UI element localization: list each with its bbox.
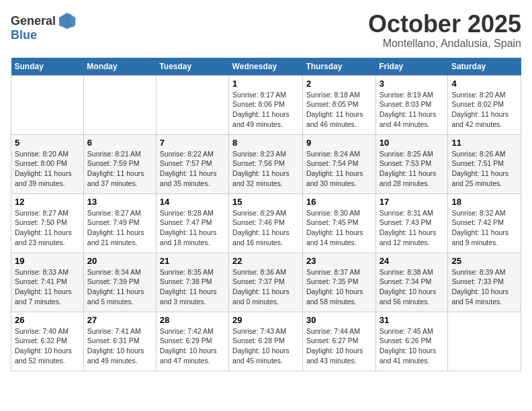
- day-number: 10: [380, 138, 445, 148]
- day-info: Sunrise: 8:19 AM Sunset: 8:03 PM Dayligh…: [380, 90, 445, 130]
- logo-blue: Blue: [11, 28, 37, 42]
- logo: General Blue: [11, 11, 77, 42]
- calendar-cell: 23Sunrise: 8:37 AM Sunset: 7:35 PM Dayli…: [302, 253, 375, 312]
- calendar-cell: 29Sunrise: 7:43 AM Sunset: 6:28 PM Dayli…: [229, 312, 303, 371]
- day-info: Sunrise: 8:20 AM Sunset: 8:00 PM Dayligh…: [15, 149, 80, 189]
- calendar-cell: 20Sunrise: 8:34 AM Sunset: 7:39 PM Dayli…: [83, 253, 156, 312]
- calendar-cell: 25Sunrise: 8:39 AM Sunset: 7:33 PM Dayli…: [448, 253, 521, 312]
- weekday-header-monday: Monday: [83, 58, 156, 76]
- day-number: 7: [160, 138, 225, 148]
- day-info: Sunrise: 7:40 AM Sunset: 6:32 PM Dayligh…: [15, 326, 80, 366]
- calendar-cell: 28Sunrise: 7:42 AM Sunset: 6:29 PM Dayli…: [156, 312, 228, 371]
- day-number: 31: [380, 315, 445, 325]
- day-info: Sunrise: 8:18 AM Sunset: 8:05 PM Dayligh…: [306, 90, 372, 130]
- day-number: 9: [306, 138, 372, 148]
- day-info: Sunrise: 8:32 AM Sunset: 7:42 PM Dayligh…: [451, 208, 517, 248]
- day-number: 26: [15, 315, 80, 325]
- day-number: 14: [160, 197, 225, 207]
- calendar-cell: 19Sunrise: 8:33 AM Sunset: 7:41 PM Dayli…: [11, 253, 84, 312]
- location-title: Montellano, Andalusia, Spain: [368, 38, 521, 50]
- weekday-header-friday: Friday: [375, 58, 448, 76]
- calendar-cell: 18Sunrise: 8:32 AM Sunset: 7:42 PM Dayli…: [448, 193, 521, 253]
- day-number: 28: [160, 315, 225, 325]
- day-number: 15: [232, 197, 299, 207]
- calendar-table: SundayMondayTuesdayWednesdayThursdayFrid…: [11, 58, 521, 371]
- day-info: Sunrise: 8:23 AM Sunset: 7:56 PM Dayligh…: [232, 149, 299, 189]
- calendar-cell: 6Sunrise: 8:21 AM Sunset: 7:59 PM Daylig…: [83, 134, 156, 193]
- calendar-cell: 3Sunrise: 8:19 AM Sunset: 8:03 PM Daylig…: [375, 75, 448, 134]
- weekday-header-sunday: Sunday: [11, 58, 84, 76]
- calendar-cell: 22Sunrise: 8:36 AM Sunset: 7:37 PM Dayli…: [229, 253, 303, 312]
- day-number: 1: [232, 79, 299, 89]
- day-info: Sunrise: 8:36 AM Sunset: 7:37 PM Dayligh…: [232, 267, 299, 307]
- day-info: Sunrise: 8:30 AM Sunset: 7:45 PM Dayligh…: [306, 208, 372, 248]
- day-info: Sunrise: 8:33 AM Sunset: 7:41 PM Dayligh…: [15, 267, 80, 307]
- calendar-week-4: 19Sunrise: 8:33 AM Sunset: 7:41 PM Dayli…: [11, 253, 521, 312]
- day-info: Sunrise: 8:29 AM Sunset: 7:46 PM Dayligh…: [232, 208, 299, 248]
- calendar-week-2: 5Sunrise: 8:20 AM Sunset: 8:00 PM Daylig…: [11, 134, 521, 193]
- day-number: 18: [451, 197, 517, 207]
- day-number: 16: [306, 197, 372, 207]
- day-info: Sunrise: 7:42 AM Sunset: 6:29 PM Dayligh…: [160, 326, 225, 366]
- day-info: Sunrise: 8:26 AM Sunset: 7:51 PM Dayligh…: [451, 149, 517, 189]
- calendar-cell: 17Sunrise: 8:31 AM Sunset: 7:43 PM Dayli…: [375, 193, 448, 253]
- day-number: 3: [380, 79, 445, 89]
- calendar-cell: 14Sunrise: 8:28 AM Sunset: 7:47 PM Dayli…: [156, 193, 228, 253]
- calendar-cell: 21Sunrise: 8:35 AM Sunset: 7:38 PM Dayli…: [156, 253, 228, 312]
- day-info: Sunrise: 7:41 AM Sunset: 6:31 PM Dayligh…: [87, 326, 152, 366]
- day-number: 24: [380, 256, 445, 266]
- day-number: 2: [306, 79, 372, 89]
- day-number: 17: [380, 197, 445, 207]
- day-info: Sunrise: 8:20 AM Sunset: 8:02 PM Dayligh…: [451, 90, 517, 130]
- weekday-header-wednesday: Wednesday: [229, 58, 303, 76]
- calendar-cell: 12Sunrise: 8:27 AM Sunset: 7:50 PM Dayli…: [11, 193, 84, 253]
- day-number: 6: [87, 138, 152, 148]
- weekday-header-thursday: Thursday: [302, 58, 375, 76]
- logo-general: General: [11, 14, 56, 28]
- day-info: Sunrise: 8:27 AM Sunset: 7:49 PM Dayligh…: [87, 208, 152, 248]
- day-number: 22: [232, 256, 299, 266]
- day-info: Sunrise: 8:21 AM Sunset: 7:59 PM Dayligh…: [87, 149, 152, 189]
- page-header: General Blue October 2025 Montellano, An…: [11, 11, 521, 50]
- calendar-cell: 9Sunrise: 8:24 AM Sunset: 7:54 PM Daylig…: [302, 134, 375, 193]
- calendar-cell: 15Sunrise: 8:29 AM Sunset: 7:46 PM Dayli…: [229, 193, 303, 253]
- calendar-cell: 5Sunrise: 8:20 AM Sunset: 8:00 PM Daylig…: [11, 134, 84, 193]
- day-info: Sunrise: 8:37 AM Sunset: 7:35 PM Dayligh…: [306, 267, 372, 307]
- day-info: Sunrise: 8:38 AM Sunset: 7:34 PM Dayligh…: [380, 267, 445, 307]
- day-info: Sunrise: 7:45 AM Sunset: 6:26 PM Dayligh…: [380, 326, 445, 366]
- calendar-header: SundayMondayTuesdayWednesdayThursdayFrid…: [11, 58, 521, 76]
- calendar-cell: [83, 75, 156, 134]
- day-info: Sunrise: 8:17 AM Sunset: 8:06 PM Dayligh…: [232, 90, 299, 130]
- day-info: Sunrise: 8:35 AM Sunset: 7:38 PM Dayligh…: [160, 267, 225, 307]
- weekday-header-tuesday: Tuesday: [156, 58, 228, 76]
- logo-icon: [57, 11, 77, 31]
- day-number: 23: [306, 256, 372, 266]
- calendar-cell: [448, 312, 521, 371]
- day-info: Sunrise: 7:43 AM Sunset: 6:28 PM Dayligh…: [232, 326, 299, 366]
- calendar-cell: 13Sunrise: 8:27 AM Sunset: 7:49 PM Dayli…: [83, 193, 156, 253]
- day-info: Sunrise: 8:22 AM Sunset: 7:57 PM Dayligh…: [160, 149, 225, 189]
- day-number: 21: [160, 256, 225, 266]
- day-number: 19: [15, 256, 80, 266]
- day-number: 20: [87, 256, 152, 266]
- calendar-cell: 4Sunrise: 8:20 AM Sunset: 8:02 PM Daylig…: [448, 75, 521, 134]
- day-info: Sunrise: 8:27 AM Sunset: 7:50 PM Dayligh…: [15, 208, 80, 248]
- calendar-cell: 10Sunrise: 8:25 AM Sunset: 7:53 PM Dayli…: [375, 134, 448, 193]
- calendar-cell: [156, 75, 228, 134]
- weekday-header-saturday: Saturday: [448, 58, 521, 76]
- day-info: Sunrise: 8:34 AM Sunset: 7:39 PM Dayligh…: [87, 267, 152, 307]
- calendar-cell: [11, 75, 84, 134]
- calendar-cell: 24Sunrise: 8:38 AM Sunset: 7:34 PM Dayli…: [375, 253, 448, 312]
- day-number: 8: [232, 138, 299, 148]
- day-number: 13: [87, 197, 152, 207]
- day-info: Sunrise: 8:31 AM Sunset: 7:43 PM Dayligh…: [380, 208, 445, 248]
- month-title: October 2025: [368, 11, 521, 38]
- calendar-cell: 31Sunrise: 7:45 AM Sunset: 6:26 PM Dayli…: [375, 312, 448, 371]
- day-info: Sunrise: 8:24 AM Sunset: 7:54 PM Dayligh…: [306, 149, 372, 189]
- day-number: 30: [306, 315, 372, 325]
- calendar-cell: 16Sunrise: 8:30 AM Sunset: 7:45 PM Dayli…: [302, 193, 375, 253]
- day-info: Sunrise: 7:44 AM Sunset: 6:27 PM Dayligh…: [306, 326, 372, 366]
- day-number: 5: [15, 138, 80, 148]
- calendar-cell: 2Sunrise: 8:18 AM Sunset: 8:05 PM Daylig…: [302, 75, 375, 134]
- calendar-cell: 8Sunrise: 8:23 AM Sunset: 7:56 PM Daylig…: [229, 134, 303, 193]
